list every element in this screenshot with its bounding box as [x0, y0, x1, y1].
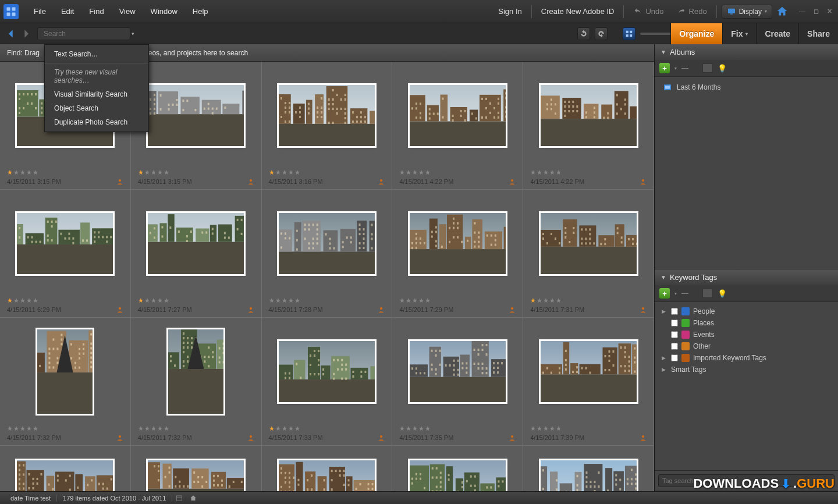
thumbnail[interactable]: [148, 460, 244, 492]
rating-stars[interactable]: ★★★★★: [399, 425, 516, 432]
status-calendar-icon[interactable]: [175, 494, 183, 502]
person-tag-icon[interactable]: [116, 178, 123, 186]
tab-organize[interactable]: Organize: [670, 23, 722, 44]
thumbnail[interactable]: [168, 329, 223, 414]
media-cell[interactable]: ★★★★★ 4/15/2011 7:32 PM: [0, 318, 131, 446]
add-album-button[interactable]: +: [659, 63, 670, 73]
menu-object-search[interactable]: Object Search: [45, 101, 148, 115]
media-cell[interactable]: ★★★★★ 4/15/2011 4:22 PM: [392, 62, 523, 190]
album-item[interactable]: Last 6 Months: [661, 80, 835, 94]
person-tag-icon[interactable]: [378, 178, 385, 186]
tag-face-button[interactable]: [702, 289, 713, 298]
keyword-tags-header[interactable]: ▼ Keyword Tags: [655, 269, 838, 285]
home-icon[interactable]: [776, 5, 789, 18]
tag-checkbox[interactable]: [671, 343, 678, 350]
person-tag-icon[interactable]: [247, 434, 254, 442]
grid-view-button[interactable]: [623, 27, 635, 40]
search-input[interactable]: [44, 30, 131, 38]
tag-checkbox[interactable]: [671, 354, 678, 361]
rotate-ccw-button[interactable]: [577, 27, 590, 40]
person-tag-icon[interactable]: [509, 306, 516, 314]
media-cell[interactable]: ★★★★★ 4/15/2011 3:16 PM: [262, 62, 393, 190]
album-hint-button[interactable]: 💡: [718, 64, 727, 73]
remove-album-button[interactable]: —: [681, 64, 688, 72]
sign-in-link[interactable]: Sign In: [493, 5, 526, 18]
menu-file[interactable]: File: [27, 3, 53, 19]
media-cell[interactable]: ★★★★★ 4/15/2011 4:22 PM: [523, 62, 654, 190]
remove-tag-button[interactable]: —: [681, 289, 688, 297]
person-tag-icon[interactable]: [509, 178, 516, 186]
tag-other[interactable]: Other: [661, 340, 835, 352]
thumbnail[interactable]: [541, 213, 637, 274]
person-tag-icon[interactable]: [247, 178, 254, 186]
media-cell[interactable]: ★★★★★ 4/15/2011 7:32 PM: [131, 318, 262, 446]
display-dropdown[interactable]: Display ▾: [722, 5, 772, 19]
tag-smart[interactable]: ▶Smart Tags: [661, 364, 835, 375]
rating-stars[interactable]: ★★★★★: [138, 169, 254, 176]
app-logo-icon[interactable]: [3, 4, 19, 19]
albums-header[interactable]: ▼ Albums: [655, 44, 838, 60]
media-cell[interactable]: [131, 446, 262, 491]
tab-fix[interactable]: Fix▾: [722, 23, 756, 44]
rating-stars[interactable]: ★★★★★: [138, 425, 254, 432]
media-cell[interactable]: ★★★★★ 4/15/2011 6:29 PM: [0, 190, 131, 318]
media-cell[interactable]: ★★★★★ 4/15/2011 7:28 PM: [262, 190, 393, 318]
tag-checkbox[interactable]: [671, 331, 678, 338]
thumbnail[interactable]: [148, 85, 244, 146]
status-home-icon[interactable]: [189, 494, 197, 502]
rating-stars[interactable]: ★★★★★: [7, 425, 123, 432]
tag-events[interactable]: Events: [661, 329, 835, 340]
thumbnail[interactable]: [148, 213, 244, 274]
thumbnail[interactable]: [279, 213, 375, 274]
add-tag-button[interactable]: +: [659, 288, 670, 299]
redo-button[interactable]: Redo: [672, 5, 712, 18]
tab-create[interactable]: Create: [756, 23, 798, 44]
media-cell[interactable]: ★★★★★ 4/15/2011 3:15 PM: [131, 62, 262, 190]
media-cell[interactable]: [262, 446, 393, 491]
thumbnail[interactable]: [279, 85, 375, 146]
thumbnail[interactable]: [410, 213, 506, 274]
thumbnail[interactable]: [17, 213, 113, 274]
media-cell[interactable]: [0, 446, 131, 491]
media-cell[interactable]: ★★★★★ 4/15/2011 7:33 PM: [262, 318, 393, 446]
menu-edit[interactable]: Edit: [54, 3, 81, 19]
menu-window[interactable]: Window: [144, 3, 184, 19]
rotate-cw-button[interactable]: [595, 27, 608, 40]
tag-checkbox[interactable]: [671, 320, 678, 326]
tag-checkbox[interactable]: [671, 308, 678, 315]
media-cell[interactable]: ★★★★★ 4/15/2011 7:29 PM: [392, 190, 523, 318]
menu-text-search[interactable]: Text Search…: [45, 47, 148, 61]
tab-share[interactable]: Share: [798, 23, 838, 44]
thumbnail[interactable]: [410, 460, 506, 492]
search-field[interactable]: ▾: [37, 27, 130, 40]
thumbnail[interactable]: [410, 341, 506, 402]
thumbnail[interactable]: [410, 85, 506, 146]
rating-stars[interactable]: ★★★★★: [530, 297, 647, 304]
thumbnail[interactable]: [37, 329, 93, 414]
rating-stars[interactable]: ★★★★★: [399, 297, 516, 304]
tag-places[interactable]: Places: [661, 317, 835, 329]
person-tag-icon[interactable]: [640, 306, 647, 314]
person-tag-icon[interactable]: [247, 306, 254, 314]
thumbnail[interactable]: [541, 341, 637, 402]
rating-stars[interactable]: ★★★★★: [7, 297, 123, 304]
minimize-button[interactable]: —: [797, 6, 808, 16]
person-tag-icon[interactable]: [378, 306, 385, 314]
rating-stars[interactable]: ★★★★★: [269, 169, 385, 176]
rating-stars[interactable]: ★★★★★: [399, 169, 516, 176]
close-button[interactable]: ✕: [825, 6, 835, 16]
thumbnail[interactable]: [279, 341, 375, 402]
menu-visual-similarity[interactable]: Visual Similarity Search: [45, 87, 148, 101]
thumbnail[interactable]: [279, 460, 375, 492]
tag-imported[interactable]: ▶Imported Keyword Tags: [661, 352, 835, 364]
tag-people[interactable]: ▶People: [661, 306, 835, 317]
tag-hint-button[interactable]: 💡: [718, 289, 727, 298]
rating-stars[interactable]: ★★★★★: [530, 169, 647, 176]
media-cell[interactable]: ★★★★★ 4/15/2011 7:39 PM: [523, 318, 654, 446]
search-dropdown-toggle[interactable]: ▾: [131, 31, 134, 37]
menu-view[interactable]: View: [112, 3, 143, 19]
media-cell[interactable]: ★★★★★ 4/15/2011 7:31 PM: [523, 190, 654, 318]
media-cell[interactable]: [523, 446, 654, 491]
rating-stars[interactable]: ★★★★★: [138, 297, 254, 304]
person-tag-icon[interactable]: [640, 178, 647, 186]
